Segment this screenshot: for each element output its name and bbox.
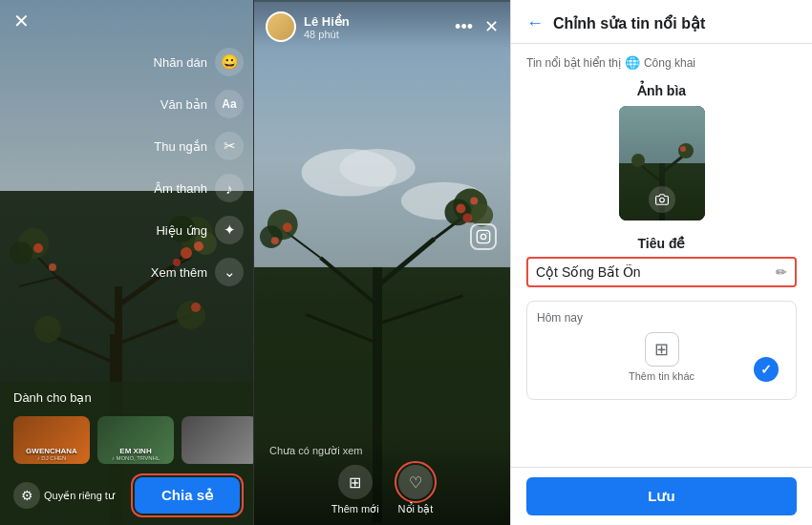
them-tin-khac-button[interactable]: ⊞ Thêm tin khác	[537, 332, 786, 382]
privacy-button[interactable]: ⚙ Quyền riêng tư	[13, 482, 115, 509]
edit-icon[interactable]: ✏	[776, 264, 787, 280]
cover-photo-area: Ảnh bìa	[526, 83, 797, 220]
panel2-user-text: Lê Hiền 48 phút	[304, 14, 350, 40]
tieu-de-input[interactable]	[536, 264, 770, 280]
svg-point-49	[486, 232, 487, 233]
them-moi-icon: ⊞	[338, 465, 373, 499]
panel2-user-info: Lê Hiền 48 phút	[266, 11, 350, 42]
music-card-em-xinh[interactable]: EM XINH ♪ MONO, TRVNHL	[97, 416, 174, 464]
tieu-de-input-wrap: ✏	[526, 257, 797, 287]
panel3-content: Tin nổi bật hiển thị 🌐 Công khai Ảnh bìa	[511, 44, 812, 467]
check-circle: ✓	[754, 357, 779, 382]
story-editor-panel: ✕ Nhãn dán 😀 Văn bản Aa Thu ngắn ✂ Âm th…	[0, 0, 253, 525]
panel1-close-button[interactable]: ✕	[13, 11, 30, 31]
panel2-time: 48 phút	[304, 29, 350, 40]
music-gwenchana-label: GWENCHANA ♪ DJ CHEN	[15, 448, 88, 462]
svg-point-41	[260, 225, 283, 248]
svg-line-6	[48, 334, 115, 363]
hieu-ung-icon: ✦	[215, 216, 244, 244]
panel3-back-button[interactable]: ←	[526, 13, 544, 33]
svg-point-56	[631, 154, 645, 167]
luu-button[interactable]: Lưu	[526, 477, 797, 515]
panel1-actions: ⚙ Quyền riêng tư Chia sẻ	[0, 470, 253, 514]
noi-bat-button[interactable]: ♡ Nổi bật	[398, 465, 434, 515]
xem-them-menu-item[interactable]: Xem thêm ⌄	[151, 258, 244, 286]
panel1-bottom: Dành cho bạn GWENCHANA ♪ DJ CHEN EM XINH…	[0, 385, 253, 525]
subtitle-text: Tin nổi bật hiển thị	[526, 56, 621, 70]
svg-point-44	[462, 213, 472, 222]
panel2-header-right: ••• ✕	[455, 16, 499, 37]
panel2-viewer-row: Chưa có người xem	[254, 445, 510, 457]
nhan-dan-icon: 😀	[215, 48, 244, 76]
instagram-link[interactable]	[470, 223, 497, 250]
tieu-de-section: Tiêu đề ✏	[526, 236, 797, 287]
hom-nay-section: Hôm nay ⊞ Thêm tin khác ✓	[526, 301, 797, 400]
svg-point-23	[191, 303, 201, 312]
svg-line-10	[19, 277, 57, 286]
thu-ngan-icon: ✂	[215, 132, 244, 160]
share-button[interactable]: Chia sẻ	[135, 477, 240, 514]
cover-photo-label: Ảnh bìa	[637, 83, 686, 98]
am-thanh-icon: ♪	[215, 174, 244, 202]
panel2-footer-buttons: ⊞ Thêm mới ♡ Nổi bật	[254, 457, 510, 515]
svg-point-43	[470, 198, 478, 205]
hom-nay-label: Hôm nay	[537, 311, 786, 325]
globe-icon: 🌐	[625, 55, 640, 70]
music-em-xinh-label: EM XINH ♪ MONO, TRVNHL	[99, 448, 172, 462]
tieu-de-label: Tiêu đề	[526, 236, 797, 251]
svg-point-48	[481, 234, 485, 239]
visibility-text: Công khai	[644, 56, 695, 70]
them-moi-button[interactable]: ⊞ Thêm mới	[331, 465, 379, 515]
noi-bat-label: Nổi bật	[398, 503, 434, 515]
am-thanh-label: Âm thanh	[154, 181, 207, 196]
svg-point-16	[177, 301, 205, 329]
van-ban-menu-item[interactable]: Văn bản Aa	[151, 90, 244, 118]
svg-point-22	[49, 263, 56, 271]
hieu-ung-label: Hiệu ứng	[156, 223, 207, 238]
xem-them-label: Xem thêm	[151, 265, 207, 280]
panel2-close-button[interactable]: ✕	[484, 16, 499, 37]
nhan-dan-menu-item[interactable]: Nhãn dán 😀	[151, 48, 244, 76]
panel3-title: Chỉnh sửa tin nổi bật	[553, 14, 705, 32]
panel1-header: ✕	[0, 11, 253, 31]
svg-point-17	[34, 316, 61, 343]
panel3-header: ← Chỉnh sửa tin nổi bật	[511, 0, 812, 44]
svg-rect-47	[477, 230, 489, 242]
svg-point-45	[283, 222, 292, 232]
panel2-username: Lê Hiền	[304, 14, 350, 29]
music-strip: GWENCHANA ♪ DJ CHEN EM XINH ♪ MONO, TRVN…	[0, 410, 253, 470]
privacy-label: Quyền riêng tư	[44, 490, 115, 502]
danh-cho-ban-label: Dành cho bạn	[0, 385, 253, 410]
am-thanh-menu-item[interactable]: Âm thanh ♪	[151, 174, 244, 202]
svg-point-58	[659, 198, 664, 202]
noi-bat-icon: ♡	[398, 465, 433, 499]
camera-icon	[649, 186, 675, 213]
svg-point-46	[271, 237, 279, 244]
hieu-ung-menu-item[interactable]: Hiệu ứng ✦	[151, 216, 244, 244]
van-ban-label: Văn bản	[160, 97, 207, 112]
svg-point-42	[456, 203, 465, 213]
story-viewer-panel: Lê Hiền 48 phút ••• ✕ Chưa có người xem …	[253, 0, 511, 525]
svg-point-21	[33, 243, 43, 253]
edit-featured-panel: ← Chỉnh sửa tin nổi bật Tin nổi bật hiển…	[511, 0, 812, 525]
svg-point-28	[339, 149, 415, 187]
instagram-icon	[470, 223, 497, 250]
music-card-3[interactable]	[182, 416, 253, 464]
xem-them-icon: ⌄	[215, 258, 244, 286]
van-ban-icon: Aa	[215, 90, 244, 118]
cover-photo-box[interactable]	[619, 106, 705, 220]
svg-point-15	[10, 242, 32, 264]
panel2-footer: Chưa có người xem ⊞ Thêm mới ♡ Nổi bật	[254, 435, 510, 525]
nhan-dan-label: Nhãn dán	[154, 55, 207, 70]
panel2-header: Lê Hiền 48 phút ••• ✕	[254, 0, 510, 50]
music-card-gwenchana[interactable]: GWENCHANA ♪ DJ CHEN	[13, 416, 90, 464]
thu-ngan-menu-item[interactable]: Thu ngắn ✂	[151, 132, 244, 160]
them-tin-icon: ⊞	[645, 332, 679, 367]
svg-point-55	[678, 143, 694, 158]
svg-point-57	[680, 146, 686, 152]
them-moi-label: Thêm mới	[331, 503, 379, 515]
svg-line-4	[57, 277, 118, 325]
panel2-more-button[interactable]: •••	[455, 17, 473, 37]
hom-nay-inner: ⊞ Thêm tin khác ✓	[537, 332, 786, 389]
visibility-subtitle: Tin nổi bật hiển thị 🌐 Công khai	[526, 55, 797, 70]
